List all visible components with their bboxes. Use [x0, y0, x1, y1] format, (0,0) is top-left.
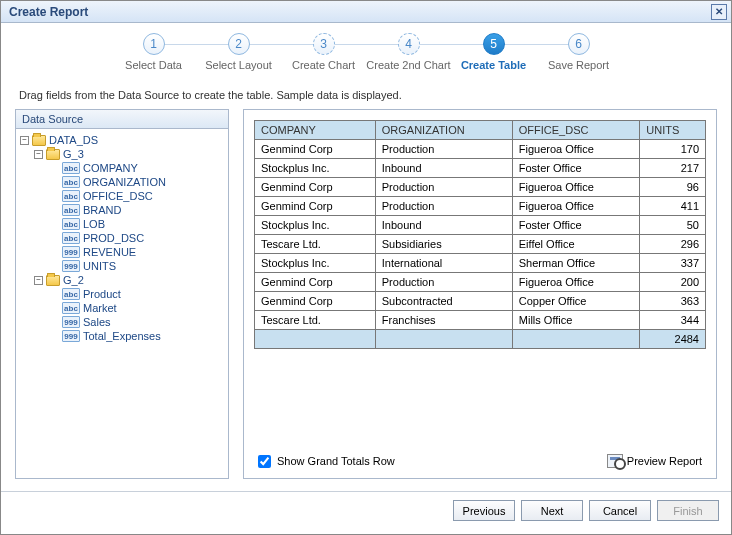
tree-toggle-icon[interactable]: −: [20, 136, 29, 145]
table-row[interactable]: Stockplus Inc.InboundFoster Office50: [255, 216, 706, 235]
table-cell: Franchises: [375, 311, 512, 330]
tree-root[interactable]: −DATA_DS: [20, 133, 224, 147]
tree-field-Total_Expenses[interactable]: 999Total_Expenses: [20, 329, 224, 343]
finish-button[interactable]: Finish: [657, 500, 719, 521]
tree-field-Product[interactable]: abcProduct: [20, 287, 224, 301]
table-cell: 296: [640, 235, 706, 254]
table-cell: 217: [640, 159, 706, 178]
tree-field-COMPANY[interactable]: abcCOMPANY: [20, 161, 224, 175]
tree-field-BRAND[interactable]: abcBRAND: [20, 203, 224, 217]
cancel-button[interactable]: Cancel: [589, 500, 651, 521]
field-abc-icon: abc: [62, 190, 80, 202]
wizard-stepper: 1Select Data2Select Layout3Create Chart4…: [1, 23, 731, 77]
step-label: Create 2nd Chart: [366, 59, 450, 71]
tree-toggle-icon[interactable]: −: [34, 276, 43, 285]
table-row[interactable]: Genmind CorpProductionFigueroa Office96: [255, 178, 706, 197]
window-title: Create Report: [9, 5, 88, 19]
table-row[interactable]: Stockplus Inc.InboundFoster Office217: [255, 159, 706, 178]
preview-table: COMPANYORGANIZATIONOFFICE_DSCUNITS Genmi…: [254, 120, 706, 349]
show-grand-totals-label: Show Grand Totals Row: [277, 455, 395, 467]
step-circle: 2: [228, 33, 250, 55]
table-row[interactable]: Stockplus Inc.InternationalSherman Offic…: [255, 254, 706, 273]
table-cell: Genmind Corp: [255, 178, 376, 197]
table-cell: Mills Office: [512, 311, 639, 330]
column-header[interactable]: UNITS: [640, 121, 706, 140]
tree-field-OFFICE_DSC[interactable]: abcOFFICE_DSC: [20, 189, 224, 203]
instruction-text: Drag fields from the Data Source to crea…: [1, 77, 731, 109]
step-5[interactable]: 5Create Table: [451, 33, 536, 71]
table-row[interactable]: Genmind CorpProductionFigueroa Office411: [255, 197, 706, 216]
column-header[interactable]: COMPANY: [255, 121, 376, 140]
table-cell: Genmind Corp: [255, 273, 376, 292]
tree-label: REVENUE: [83, 246, 136, 258]
tree-label: UNITS: [83, 260, 116, 272]
step-circle: 4: [398, 33, 420, 55]
tree-label: Sales: [83, 316, 111, 328]
step-2[interactable]: 2Select Layout: [196, 33, 281, 71]
field-abc-icon: abc: [62, 288, 80, 300]
step-1[interactable]: 1Select Data: [111, 33, 196, 71]
data-source-panel: Data Source −DATA_DS−G_3abcCOMPANYabcORG…: [15, 109, 229, 479]
table-cell: Genmind Corp: [255, 140, 376, 159]
next-button[interactable]: Next: [521, 500, 583, 521]
tree-group-G_2[interactable]: −G_2: [20, 273, 224, 287]
table-cell: Production: [375, 197, 512, 216]
folder-icon: [32, 135, 46, 146]
table-cell: Genmind Corp: [255, 292, 376, 311]
table-row[interactable]: Genmind CorpProductionFigueroa Office200: [255, 273, 706, 292]
tree-label: BRAND: [83, 204, 122, 216]
tree-field-Sales[interactable]: 999Sales: [20, 315, 224, 329]
field-abc-icon: abc: [62, 204, 80, 216]
tree-label: ORGANIZATION: [83, 176, 166, 188]
table-cell: Sherman Office: [512, 254, 639, 273]
field-abc-icon: abc: [62, 218, 80, 230]
tree-field-ORGANIZATION[interactable]: abcORGANIZATION: [20, 175, 224, 189]
table-cell: 170: [640, 140, 706, 159]
data-source-tree: −DATA_DS−G_3abcCOMPANYabcORGANIZATIONabc…: [16, 129, 228, 478]
tree-field-Market[interactable]: abcMarket: [20, 301, 224, 315]
wizard-footer: Previous Next Cancel Finish: [1, 491, 731, 529]
close-icon[interactable]: ✕: [711, 4, 727, 20]
table-row[interactable]: Tescare Ltd.SubsidiariesEiffel Office296: [255, 235, 706, 254]
table-cell: Tescare Ltd.: [255, 311, 376, 330]
step-label: Save Report: [548, 59, 609, 71]
preview-report-link[interactable]: Preview Report: [607, 454, 702, 468]
grand-total-cell: [255, 330, 376, 349]
table-cell: 96: [640, 178, 706, 197]
table-row[interactable]: Genmind CorpSubcontractedCopper Office36…: [255, 292, 706, 311]
show-grand-totals-checkbox[interactable]: [258, 455, 271, 468]
step-circle: 3: [313, 33, 335, 55]
step-4[interactable]: 4Create 2nd Chart: [366, 33, 451, 71]
column-header[interactable]: OFFICE_DSC: [512, 121, 639, 140]
table-cell: Foster Office: [512, 216, 639, 235]
grand-total-cell: [375, 330, 512, 349]
step-label: Select Data: [125, 59, 182, 71]
tree-label: G_3: [63, 148, 84, 160]
tree-label: Total_Expenses: [83, 330, 161, 342]
table-cell: 411: [640, 197, 706, 216]
tree-field-LOB[interactable]: abcLOB: [20, 217, 224, 231]
tree-group-G_3[interactable]: −G_3: [20, 147, 224, 161]
folder-icon: [46, 149, 60, 160]
step-label: Select Layout: [205, 59, 272, 71]
tree-field-REVENUE[interactable]: 999REVENUE: [20, 245, 224, 259]
step-label: Create Table: [461, 59, 526, 71]
table-cell: International: [375, 254, 512, 273]
field-999-icon: 999: [62, 316, 80, 328]
step-label: Create Chart: [292, 59, 355, 71]
table-cell: Inbound: [375, 159, 512, 178]
tree-field-UNITS[interactable]: 999UNITS: [20, 259, 224, 273]
folder-icon: [46, 275, 60, 286]
tree-field-PROD_DSC[interactable]: abcPROD_DSC: [20, 231, 224, 245]
step-6[interactable]: 6Save Report: [536, 33, 621, 71]
column-header[interactable]: ORGANIZATION: [375, 121, 512, 140]
table-row[interactable]: Tescare Ltd.FranchisesMills Office344: [255, 311, 706, 330]
show-grand-totals-option[interactable]: Show Grand Totals Row: [258, 455, 395, 468]
previous-button[interactable]: Previous: [453, 500, 515, 521]
table-row[interactable]: Genmind CorpProductionFigueroa Office170: [255, 140, 706, 159]
table-cell: Eiffel Office: [512, 235, 639, 254]
step-3[interactable]: 3Create Chart: [281, 33, 366, 71]
table-cell: 337: [640, 254, 706, 273]
tree-toggle-icon[interactable]: −: [34, 150, 43, 159]
table-scroll[interactable]: COMPANYORGANIZATIONOFFICE_DSCUNITS Genmi…: [254, 120, 706, 440]
